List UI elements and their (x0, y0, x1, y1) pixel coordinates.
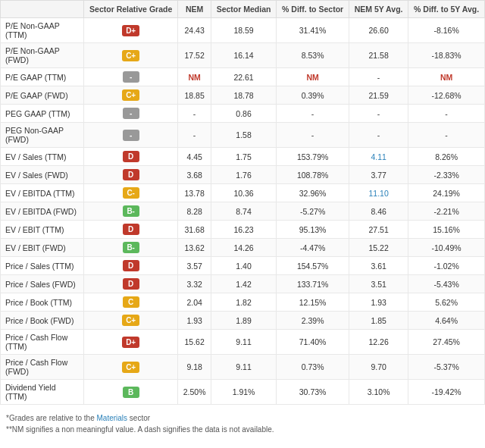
sector-median-value: 18.59 (211, 18, 276, 43)
valuation-table: Sector Relative Grade NEM Sector Median … (0, 0, 485, 405)
sector-median-value: 1.82 (211, 293, 276, 312)
avg5y-value: 3.10% (349, 380, 408, 405)
avg5y-highlighted: 4.11 (371, 152, 386, 161)
nem-value: 3.57 (178, 257, 211, 275)
metric-label: P/E Non-GAAP (FWD) (1, 43, 84, 68)
metric-label: EV / Sales (TTM) (1, 148, 84, 166)
nem-value: - (178, 105, 211, 123)
diff-sector-value: 31.41% (277, 18, 349, 43)
nem-value: 3.68 (178, 166, 211, 184)
diff-sector-value: -4.47% (277, 239, 349, 257)
grade-cell: B- (84, 202, 178, 221)
avg5y-value: 27.51 (349, 221, 408, 239)
grade-badge: - (123, 108, 139, 119)
table-body: P/E Non-GAAP (TTM)D+24.4318.5931.41%26.6… (1, 18, 485, 405)
nem-value: 8.28 (178, 202, 211, 221)
col-metric-header (1, 1, 84, 18)
grade-cell: D (84, 148, 178, 166)
diff-sector-value: 95.13% (277, 221, 349, 239)
avg5y-value: 3.77 (349, 166, 408, 184)
diff5y-value: -2.21% (408, 202, 485, 221)
grade-cell: D+ (84, 330, 178, 355)
diff5y-value: -19.42% (408, 380, 485, 405)
diff5y-value: 5.62% (408, 293, 485, 312)
grade-badge: D (123, 151, 139, 162)
diff-sector-value: 8.53% (277, 43, 349, 68)
metric-label: P/E GAAP (FWD) (1, 86, 84, 105)
metric-label: PEG GAAP (TTM) (1, 105, 84, 123)
grade-badge: C (123, 296, 139, 308)
metric-label: Price / Sales (TTM) (1, 257, 84, 275)
table-row: Price / Cash Flow (TTM)D+15.629.1171.40%… (1, 330, 485, 355)
metric-label: Price / Sales (FWD) (1, 275, 84, 293)
metric-label: EV / EBITDA (FWD) (1, 202, 84, 221)
diff-sector-value: -5.27% (277, 202, 349, 221)
grade-cell: D (84, 221, 178, 239)
grade-cell: D (84, 275, 178, 293)
table-row: EV / EBIT (FWD)B-13.6214.26-4.47%15.22-1… (1, 239, 485, 257)
grade-badge: D (123, 278, 139, 290)
diff-sector-value: 108.78% (277, 166, 349, 184)
sector-median-value: 18.78 (211, 86, 276, 105)
avg5y-value: - (349, 105, 408, 123)
avg5y-value: 1.85 (349, 312, 408, 330)
grade-badge: B- (123, 205, 139, 217)
table-row: PEG GAAP (TTM)--0.86--- (1, 105, 485, 123)
diff5y-value: 15.16% (408, 221, 485, 239)
diff5y-value: 4.64% (408, 312, 485, 330)
table-row: Price / Book (TTM)C2.041.8212.15%1.935.6… (1, 293, 485, 312)
grade-cell: C+ (84, 86, 178, 105)
grade-badge: B- (123, 242, 139, 253)
avg5y-value: 8.46 (349, 202, 408, 221)
diff5y-value: -5.37% (408, 355, 485, 380)
table-row: P/E GAAP (FWD)C+18.8518.780.39%21.59-12.… (1, 86, 485, 105)
diff-sector-value: NM (277, 68, 349, 86)
diff5y-value: 27.45% (408, 330, 485, 355)
metric-label: EV / EBITDA (TTM) (1, 184, 84, 202)
nem-value: 2.50% (178, 380, 211, 405)
nem-value: 13.78 (178, 184, 211, 202)
table-row: EV / EBITDA (FWD)B-8.288.74-5.27%8.46-2.… (1, 202, 485, 221)
diff5y-value: -1.02% (408, 257, 485, 275)
sector-median-value: 14.26 (211, 239, 276, 257)
nm-indicator: NM (440, 73, 452, 82)
grade-cell: D (84, 257, 178, 275)
grade-badge: D (123, 260, 139, 271)
avg5y-highlighted: 11.10 (368, 189, 388, 198)
diff-sector-value: 12.15% (277, 293, 349, 312)
diff-sector-value: 153.79% (277, 148, 349, 166)
table-row: Price / Cash Flow (FWD)C+9.189.110.73%9.… (1, 355, 485, 380)
metric-label: P/E Non-GAAP (TTM) (1, 18, 84, 43)
avg5y-value: 3.51 (349, 275, 408, 293)
metric-label: Dividend Yield (TTM) (1, 380, 84, 405)
metric-label: P/E GAAP (TTM) (1, 68, 84, 86)
table-header-row: Sector Relative Grade NEM Sector Median … (1, 1, 485, 18)
grade-badge: B (123, 387, 139, 398)
valuation-table-container: Sector Relative Grade NEM Sector Median … (0, 0, 485, 405)
grade-badge: D (123, 224, 139, 235)
grade-cell: - (84, 105, 178, 123)
avg5y-value: 4.11 (349, 148, 408, 166)
diff-sector-value: 71.40% (277, 330, 349, 355)
grade-badge: D+ (122, 337, 139, 348)
nem-value: 4.45 (178, 148, 211, 166)
diff5y-value: -18.83% (408, 43, 485, 68)
grade-cell: C+ (84, 43, 178, 68)
table-row: Price / Sales (FWD)D3.321.42133.71%3.51-… (1, 275, 485, 293)
table-row: EV / EBIT (TTM)D31.6816.2395.13%27.5115.… (1, 221, 485, 239)
metric-label: EV / Sales (FWD) (1, 166, 84, 184)
sector-median-value: 1.58 (211, 123, 276, 148)
avg5y-value: 3.61 (349, 257, 408, 275)
diff5y-value: -12.68% (408, 86, 485, 105)
sector-median-value: 1.76 (211, 166, 276, 184)
metric-label: Price / Book (TTM) (1, 293, 84, 312)
nm-indicator: NM (188, 73, 200, 82)
sector-median-value: 16.14 (211, 43, 276, 68)
sector-median-value: 1.40 (211, 257, 276, 275)
diff5y-value: -8.16% (408, 18, 485, 43)
diff-sector-value: 133.71% (277, 275, 349, 293)
nm-indicator: NM (306, 73, 318, 82)
diff-sector-value: - (277, 105, 349, 123)
sector-link[interactable]: Materials (97, 414, 128, 422)
grade-badge: C- (123, 187, 139, 199)
